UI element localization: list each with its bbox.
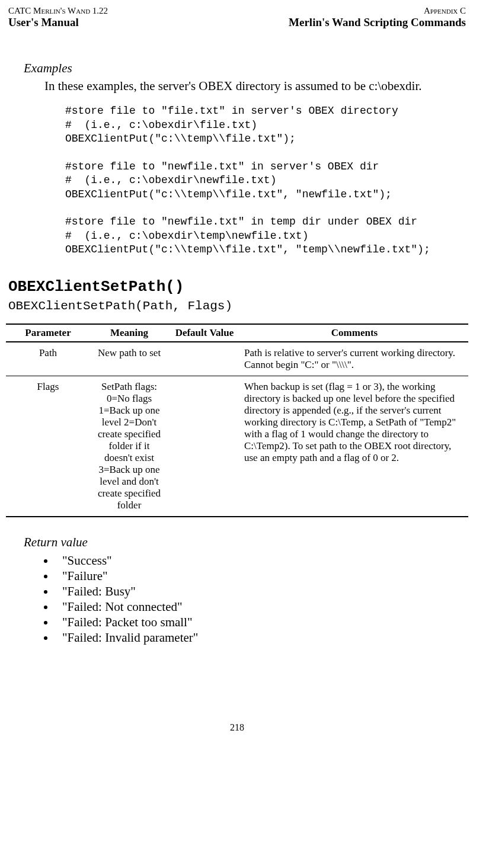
- cell-meaning: SetPath flags: 0=No flags 1=Back up one …: [90, 376, 168, 517]
- list-item: "Failed: Busy": [55, 584, 468, 599]
- page-content: CATC Merlin's Wand 1.22 Appendix C User'…: [0, 0, 489, 745]
- th-comments: Comments: [241, 324, 468, 342]
- parameter-table: Parameter Meaning Default Value Comments…: [6, 324, 468, 517]
- th-default: Default Value: [168, 324, 241, 342]
- table-row: Path New path to set Path is relative to…: [6, 342, 468, 376]
- cell-parameter: Flags: [6, 376, 90, 517]
- return-value-heading: Return value: [24, 535, 468, 550]
- list-item: "Failed: Not connected": [55, 600, 468, 614]
- table-row: Flags SetPath flags: 0=No flags 1=Back u…: [6, 376, 468, 517]
- examples-intro: In these examples, the server's OBEX dir…: [44, 78, 465, 94]
- th-meaning: Meaning: [90, 324, 168, 342]
- table-header-row: Parameter Meaning Default Value Comments: [6, 324, 468, 342]
- header-left: CATC Merlin's Wand 1.22: [8, 6, 108, 16]
- function-name: OBEXClientSetPath(): [8, 278, 468, 296]
- header-row: CATC Merlin's Wand 1.22 Appendix C: [6, 6, 468, 16]
- list-item: "Failure": [55, 569, 468, 584]
- list-item: "Failed: Invalid parameter": [55, 630, 468, 645]
- list-item: "Failed: Packet too small": [55, 615, 468, 630]
- cell-comments: When backup is set (flag = 1 or 3), the …: [241, 376, 468, 517]
- examples-code: #store file to "file.txt" in server's OB…: [65, 104, 468, 257]
- th-parameter: Parameter: [6, 324, 90, 342]
- list-item: "Success": [55, 553, 468, 568]
- subheader-row: User's Manual Merlin's Wand Scripting Co…: [6, 16, 468, 31]
- subheader-right: Merlin's Wand Scripting Commands: [289, 16, 466, 29]
- examples-heading: Examples: [24, 61, 468, 76]
- function-signature: OBEXClientSetPath(Path, Flags): [8, 299, 468, 313]
- cell-default: [168, 376, 241, 517]
- subheader-left: User's Manual: [8, 16, 79, 29]
- return-value-list: "Success" "Failure" "Failed: Busy" "Fail…: [44, 553, 468, 645]
- cell-parameter: Path: [6, 342, 90, 376]
- cell-meaning: New path to set: [90, 342, 168, 376]
- cell-default: [168, 342, 241, 376]
- cell-comments: Path is relative to server's current wor…: [241, 342, 468, 376]
- header-right: Appendix C: [424, 6, 466, 16]
- page-number: 218: [6, 722, 468, 733]
